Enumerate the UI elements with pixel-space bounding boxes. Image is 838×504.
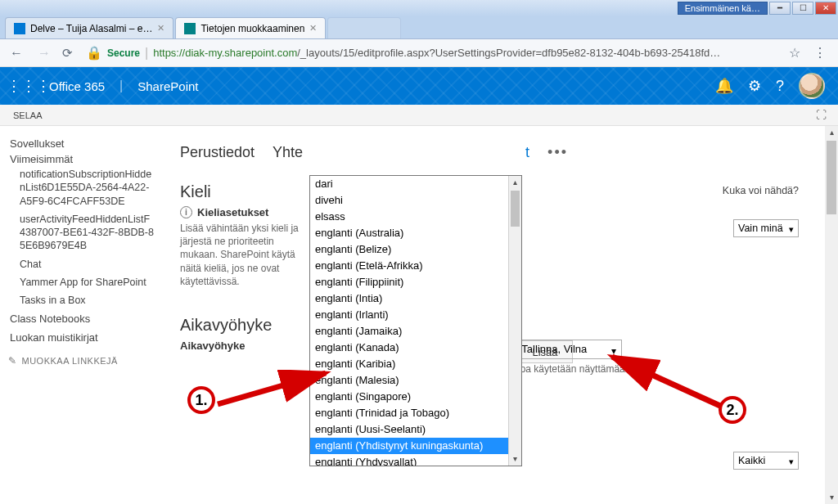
edit-links-label: MUOKKAA LINKKEJÄ [22, 356, 118, 366]
help-icon[interactable]: ? [776, 78, 784, 95]
scroll-thumb[interactable] [827, 141, 836, 214]
browser-address-bar: ← → ⟳ 🔒 Secure | https://diak-my.sharepo… [0, 39, 838, 67]
settings-gear-icon[interactable]: ⚙ [748, 77, 761, 95]
window-titlebar: Ensimmäinen kä… ━ ☐ ✕ [0, 0, 838, 16]
nav-luokan-muistikirjat[interactable]: Luokan muistikirjat [8, 328, 155, 347]
ribbon: SELAA ⛶ [0, 105, 838, 126]
lang-option[interactable]: elsass [310, 209, 521, 225]
url-host: https://diak-my.sharepoint.com [153, 47, 297, 59]
privacy-question: Kuka voi nähdä? [723, 185, 799, 196]
tab-overflow-menu[interactable]: ••• [547, 144, 568, 161]
lang-option[interactable]: englanti (Jamaika) [310, 323, 521, 340]
left-nav: Sovellukset Viimeisimmät notificationSub… [0, 126, 159, 504]
sharepoint-favicon [184, 23, 196, 34]
profile-tabs: Perustiedot Yhte t ••• [180, 144, 822, 161]
close-tab-icon[interactable]: ✕ [157, 23, 164, 34]
info-icon: i [180, 206, 192, 218]
lang-option-selected[interactable]: englanti (Yhdistynyt kuningaskunta) [310, 438, 521, 454]
scroll-up-icon[interactable]: ▴ [509, 176, 521, 189]
bookmark-star-icon[interactable]: ☆ [789, 45, 800, 61]
content-scrollbar[interactable]: ▴ ▾ [825, 126, 838, 504]
svg-line-1 [612, 357, 720, 406]
back-button[interactable]: ← [7, 46, 26, 61]
suite-bar: ⋮⋮⋮ Office 365 | SharePoint 🔔 ⚙ ? [0, 67, 838, 105]
lang-option[interactable]: englanti (Filippiinit) [310, 274, 521, 290]
lang-option[interactable]: englanti (Karibia) [310, 356, 521, 372]
recent-item[interactable]: Tasks in a Box [20, 291, 155, 309]
lang-option[interactable]: englanti (Intia) [310, 290, 521, 307]
nav-viimeisimmat[interactable]: Viimeisimmät [8, 150, 74, 169]
page-body: Sovellukset Viimeisimmät notificationSub… [0, 126, 838, 504]
brand-separator: | [115, 79, 128, 93]
annotation-arrow-2 [604, 349, 727, 414]
recent-item[interactable]: Yammer App for SharePoint [20, 273, 155, 291]
recent-item[interactable]: notificationSubscriptionHiddenList6D1E55… [20, 165, 155, 210]
ribbon-tab-browse[interactable]: SELAA [8, 110, 47, 120]
window-maximize[interactable]: ☐ [792, 2, 813, 15]
scroll-down-icon[interactable]: ▾ [509, 452, 521, 466]
tab-perustiedot[interactable]: Perustiedot [180, 144, 255, 161]
lang-option[interactable]: englanti (Irlanti) [310, 307, 521, 323]
avatar[interactable] [799, 73, 825, 99]
annotation-arrow-1 [214, 370, 337, 435]
lang-option[interactable]: englanti (Trinidad ja Tobago) [310, 405, 521, 421]
lang-option[interactable]: dari [310, 176, 521, 192]
tz-privacy-select[interactable]: Kaikki [733, 452, 799, 470]
browser-menu-icon[interactable]: ⋮ [809, 45, 831, 61]
scroll-down-icon[interactable]: ▾ [825, 491, 838, 504]
browser-tab[interactable]: Delve – Tuija Alasalmi – e… ✕ [5, 17, 173, 38]
focus-mode-icon[interactable]: ⛶ [816, 109, 838, 121]
secure-label: Secure [107, 47, 140, 59]
lang-option[interactable]: englanti (Singapore) [310, 389, 521, 405]
recent-item[interactable]: Chat [20, 255, 155, 273]
scroll-up-icon[interactable]: ▴ [825, 126, 838, 139]
brand-sharepoint[interactable]: SharePoint [128, 79, 208, 93]
lang-option[interactable]: englanti (Belize) [310, 241, 521, 258]
kieli-label: Kieliasetukset [197, 206, 268, 218]
tab-yhteystiedot[interactable]: Yhte [273, 144, 303, 161]
notifications-icon[interactable]: 🔔 [715, 77, 733, 95]
lang-option[interactable]: englanti (Australia) [310, 225, 521, 241]
url-path: /_layouts/15/editprofile.aspx?UserSettin… [297, 47, 720, 59]
browser-tab-strip: Delve – Tuija Alasalmi – e… ✕ Tietojen m… [0, 16, 838, 39]
browser-tab-title: Tietojen muokkaaminen [200, 23, 304, 34]
brand-office365[interactable]: Office 365 [39, 79, 115, 93]
lang-privacy-select[interactable]: Vain minä [733, 219, 799, 237]
lang-option[interactable]: englanti (Etelä-Afrikka) [310, 258, 521, 274]
lang-option[interactable]: englanti (Uusi-Seelanti) [310, 421, 521, 438]
nav-class-notebooks[interactable]: Class Notebooks [8, 309, 155, 328]
browser-tab-inactive[interactable] [327, 17, 401, 38]
annotation-badge-2: 2. [719, 396, 746, 424]
forward-button[interactable]: → [34, 46, 54, 61]
lang-option[interactable]: englanti (Kanada) [310, 340, 521, 356]
browser-tab[interactable]: Tietojen muokkaaminen ✕ [175, 17, 326, 38]
taskbar-task[interactable]: Ensimmäinen kä… [678, 2, 768, 15]
lang-privacy-value: Vain minä [738, 223, 783, 234]
language-listbox[interactable]: dari divehi elsass englanti (Australia) … [309, 175, 522, 466]
app-launcher-icon[interactable]: ⋮⋮⋮ [7, 77, 39, 95]
edit-links[interactable]: ✎ MUOKKAA LINKKEJÄ [8, 355, 155, 367]
lang-option[interactable]: divehi [310, 192, 521, 209]
pencil-icon: ✎ [8, 355, 17, 367]
delve-favicon [14, 23, 25, 34]
lang-option[interactable]: englanti (Yhdysvallat) [310, 454, 521, 466]
reload-button[interactable]: ⟳ [62, 46, 73, 61]
tab-overflow-active[interactable]: t [525, 144, 529, 161]
tz-privacy-value: Kaikki [738, 455, 765, 466]
url-field[interactable]: 🔒 Secure | https://diak-my.sharepoint.co… [81, 45, 781, 61]
browser-tab-title: Delve – Tuija Alasalmi – e… [30, 23, 152, 34]
lang-option[interactable]: englanti (Malesia) [310, 372, 521, 389]
scroll-thumb[interactable] [511, 191, 520, 227]
tz-label: Aikavyöhyke [180, 340, 246, 352]
window-minimize[interactable]: ━ [769, 2, 791, 15]
annotation-badge-1: 1. [187, 386, 215, 414]
svg-line-0 [218, 373, 326, 404]
lock-icon: 🔒 [86, 45, 102, 61]
listbox-scrollbar[interactable]: ▴ ▾ [508, 176, 521, 466]
close-tab-icon[interactable]: ✕ [309, 23, 317, 34]
window-close[interactable]: ✕ [815, 2, 836, 15]
kieli-desc: Lisää vähintään yksi kieli ja järjestä n… [180, 222, 303, 288]
recent-item[interactable]: userActivityFeedHiddenListF4387007-BE61-… [20, 210, 155, 255]
